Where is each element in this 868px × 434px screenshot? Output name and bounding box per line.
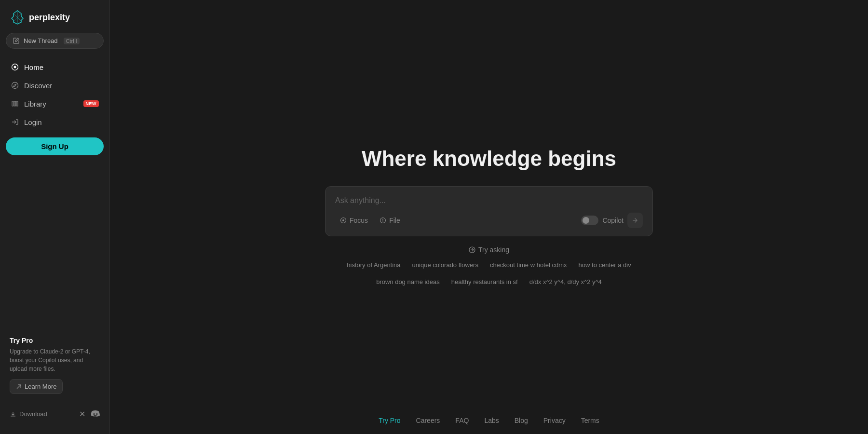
footer-careers[interactable]: Careers bbox=[416, 417, 440, 424]
try-asking-icon bbox=[469, 246, 475, 253]
svg-rect-6 bbox=[11, 416, 15, 417]
new-thread-label: New Thread bbox=[24, 37, 58, 44]
suggestion-chips-2: brown dog name ideas healthy restaurants… bbox=[372, 276, 606, 287]
arrow-right-icon bbox=[632, 217, 638, 224]
suggestion-chips: history of Argentina unique colorado flo… bbox=[343, 259, 635, 271]
signup-button[interactable]: Sign Up bbox=[6, 137, 104, 155]
try-asking-area: Try asking history of Argentina unique c… bbox=[325, 246, 653, 287]
new-thread-shortcut: Ctrl I bbox=[64, 38, 80, 44]
bottom-links: Download ✕ bbox=[6, 406, 104, 422]
logo-text: perplexity bbox=[29, 13, 70, 23]
download-icon bbox=[10, 411, 16, 418]
learn-more-button[interactable]: Learn More bbox=[10, 379, 63, 394]
copilot-label: Copilot bbox=[602, 217, 624, 224]
footer-blog[interactable]: Blog bbox=[515, 417, 528, 424]
twitter-icon[interactable]: ✕ bbox=[79, 409, 85, 419]
compass-icon bbox=[11, 81, 19, 90]
social-icons: ✕ bbox=[79, 409, 100, 419]
footer-faq[interactable]: FAQ bbox=[455, 417, 469, 424]
sidebar-item-discover-label: Discover bbox=[24, 81, 52, 90]
discord-icon[interactable] bbox=[91, 410, 100, 418]
svg-rect-5 bbox=[16, 101, 18, 106]
new-thread-button[interactable]: New Thread Ctrl I bbox=[6, 33, 104, 49]
sidebar-bottom: Try Pro Upgrade to Claude-2 or GPT-4, bo… bbox=[6, 331, 104, 426]
sidebar-item-home-label: Home bbox=[24, 63, 43, 71]
logo-area: perplexity bbox=[6, 8, 104, 33]
copilot-area: Copilot bbox=[581, 213, 643, 228]
suggestion-chip-3[interactable]: how to center a div bbox=[575, 259, 635, 271]
footer-try-pro[interactable]: Try Pro bbox=[379, 417, 400, 424]
search-toolbar: Focus File Copilot bbox=[335, 213, 643, 228]
search-input[interactable] bbox=[335, 196, 643, 213]
footer-privacy[interactable]: Privacy bbox=[543, 417, 566, 424]
footer-terms[interactable]: Terms bbox=[581, 417, 599, 424]
footer-labs[interactable]: Labs bbox=[484, 417, 499, 424]
try-pro-section: Try Pro Upgrade to Claude-2 or GPT-4, bo… bbox=[6, 331, 104, 400]
sidebar: perplexity New Thread Ctrl I Home Discov… bbox=[0, 0, 110, 434]
hero-title: Where knowledge begins bbox=[362, 147, 616, 171]
suggestion-chip-2[interactable]: checkout time w hotel cdmx bbox=[486, 259, 571, 271]
copilot-toggle[interactable] bbox=[581, 216, 598, 225]
sidebar-item-library-label: Library bbox=[24, 100, 46, 108]
svg-rect-4 bbox=[14, 101, 16, 106]
learn-more-label: Learn More bbox=[25, 383, 56, 390]
focus-icon bbox=[340, 217, 347, 224]
try-pro-description: Upgrade to Claude-2 or GPT-4, boost your… bbox=[10, 347, 100, 373]
arrow-up-right-icon bbox=[16, 384, 22, 390]
search-box: Focus File Copilot bbox=[325, 186, 653, 236]
svg-point-8 bbox=[342, 219, 344, 221]
download-label: Download bbox=[19, 410, 47, 418]
submit-button[interactable] bbox=[627, 213, 643, 228]
home-icon bbox=[11, 63, 19, 71]
file-button[interactable]: File bbox=[375, 214, 405, 227]
file-icon bbox=[380, 217, 386, 224]
try-asking-label: Try asking bbox=[469, 246, 509, 254]
perplexity-logo-icon bbox=[10, 10, 25, 25]
focus-label: Focus bbox=[350, 217, 368, 224]
suggestion-chip-0[interactable]: history of Argentina bbox=[343, 259, 404, 271]
file-label: File bbox=[389, 217, 400, 224]
suggestion-chip-1[interactable]: unique colorado flowers bbox=[408, 259, 482, 271]
sidebar-item-login-label: Login bbox=[24, 118, 42, 126]
suggestion-chip-5[interactable]: healthy restaurants in sf bbox=[448, 276, 522, 287]
edit-icon bbox=[13, 38, 20, 44]
suggestion-chip-4[interactable]: brown dog name ideas bbox=[372, 276, 444, 287]
download-link[interactable]: Download bbox=[10, 410, 47, 418]
footer: Try Pro Careers FAQ Labs Blog Privacy Te… bbox=[110, 407, 868, 434]
focus-button[interactable]: Focus bbox=[335, 214, 373, 227]
try-pro-title: Try Pro bbox=[10, 337, 100, 344]
try-asking-text: Try asking bbox=[478, 246, 509, 254]
main-content: Where knowledge begins Focus File bbox=[110, 0, 868, 434]
library-icon bbox=[11, 99, 19, 108]
suggestion-chip-6[interactable]: d/dx x^2 y^4, d/dy x^2 y^4 bbox=[526, 276, 606, 287]
login-icon bbox=[11, 118, 19, 126]
sidebar-item-discover[interactable]: Discover bbox=[6, 77, 104, 94]
sidebar-item-login[interactable]: Login bbox=[6, 113, 104, 131]
hero-section: Where knowledge begins Focus File bbox=[315, 147, 663, 287]
svg-point-1 bbox=[14, 66, 16, 68]
svg-rect-3 bbox=[12, 101, 14, 106]
sidebar-item-home[interactable]: Home bbox=[6, 58, 104, 76]
sidebar-item-library[interactable]: Library NEW bbox=[6, 95, 104, 112]
library-new-badge: NEW bbox=[83, 100, 99, 107]
